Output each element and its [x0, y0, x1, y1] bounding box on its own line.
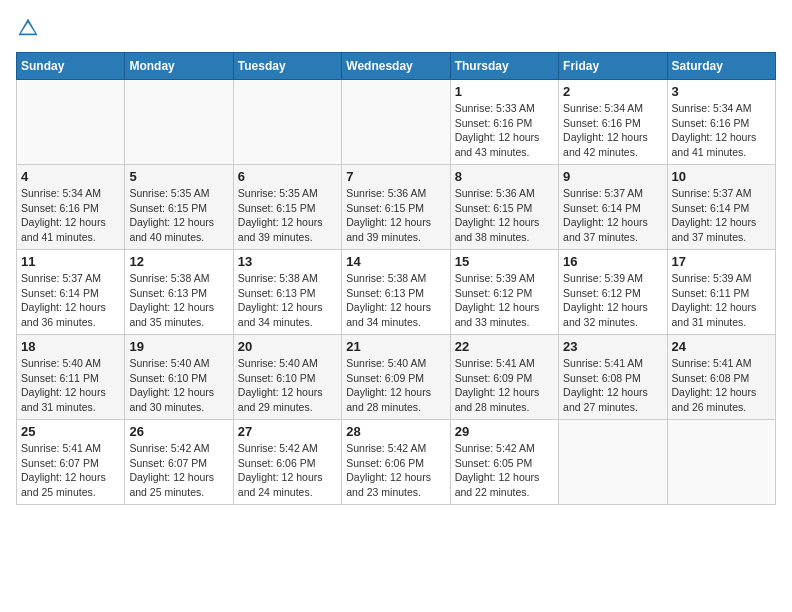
calendar-week-1: 4Sunrise: 5:34 AM Sunset: 6:16 PM Daylig… — [17, 165, 776, 250]
day-info: Sunrise: 5:40 AM Sunset: 6:11 PM Dayligh… — [21, 356, 120, 415]
calendar-cell: 26Sunrise: 5:42 AM Sunset: 6:07 PM Dayli… — [125, 420, 233, 505]
day-info: Sunrise: 5:38 AM Sunset: 6:13 PM Dayligh… — [346, 271, 445, 330]
day-number: 6 — [238, 169, 337, 184]
calendar-cell: 5Sunrise: 5:35 AM Sunset: 6:15 PM Daylig… — [125, 165, 233, 250]
day-number: 14 — [346, 254, 445, 269]
calendar-cell: 3Sunrise: 5:34 AM Sunset: 6:16 PM Daylig… — [667, 80, 775, 165]
calendar-cell: 10Sunrise: 5:37 AM Sunset: 6:14 PM Dayli… — [667, 165, 775, 250]
day-info: Sunrise: 5:38 AM Sunset: 6:13 PM Dayligh… — [238, 271, 337, 330]
calendar-cell: 9Sunrise: 5:37 AM Sunset: 6:14 PM Daylig… — [559, 165, 667, 250]
weekday-header-saturday: Saturday — [667, 53, 775, 80]
calendar-cell: 7Sunrise: 5:36 AM Sunset: 6:15 PM Daylig… — [342, 165, 450, 250]
calendar-cell: 16Sunrise: 5:39 AM Sunset: 6:12 PM Dayli… — [559, 250, 667, 335]
calendar-cell: 19Sunrise: 5:40 AM Sunset: 6:10 PM Dayli… — [125, 335, 233, 420]
day-info: Sunrise: 5:42 AM Sunset: 6:06 PM Dayligh… — [238, 441, 337, 500]
day-info: Sunrise: 5:37 AM Sunset: 6:14 PM Dayligh… — [672, 186, 771, 245]
calendar-cell: 29Sunrise: 5:42 AM Sunset: 6:05 PM Dayli… — [450, 420, 558, 505]
day-number: 7 — [346, 169, 445, 184]
day-number: 11 — [21, 254, 120, 269]
day-info: Sunrise: 5:35 AM Sunset: 6:15 PM Dayligh… — [238, 186, 337, 245]
calendar-cell — [342, 80, 450, 165]
day-info: Sunrise: 5:36 AM Sunset: 6:15 PM Dayligh… — [455, 186, 554, 245]
calendar-cell: 4Sunrise: 5:34 AM Sunset: 6:16 PM Daylig… — [17, 165, 125, 250]
calendar-cell: 13Sunrise: 5:38 AM Sunset: 6:13 PM Dayli… — [233, 250, 341, 335]
day-info: Sunrise: 5:34 AM Sunset: 6:16 PM Dayligh… — [21, 186, 120, 245]
calendar-cell — [233, 80, 341, 165]
day-info: Sunrise: 5:42 AM Sunset: 6:05 PM Dayligh… — [455, 441, 554, 500]
calendar-cell: 20Sunrise: 5:40 AM Sunset: 6:10 PM Dayli… — [233, 335, 341, 420]
day-info: Sunrise: 5:41 AM Sunset: 6:09 PM Dayligh… — [455, 356, 554, 415]
day-info: Sunrise: 5:41 AM Sunset: 6:07 PM Dayligh… — [21, 441, 120, 500]
day-number: 24 — [672, 339, 771, 354]
day-info: Sunrise: 5:33 AM Sunset: 6:16 PM Dayligh… — [455, 101, 554, 160]
calendar-cell: 18Sunrise: 5:40 AM Sunset: 6:11 PM Dayli… — [17, 335, 125, 420]
day-info: Sunrise: 5:39 AM Sunset: 6:11 PM Dayligh… — [672, 271, 771, 330]
calendar-body: 1Sunrise: 5:33 AM Sunset: 6:16 PM Daylig… — [17, 80, 776, 505]
day-number: 2 — [563, 84, 662, 99]
weekday-header-thursday: Thursday — [450, 53, 558, 80]
logo-icon — [16, 16, 40, 40]
logo — [16, 16, 44, 40]
calendar-cell — [667, 420, 775, 505]
day-info: Sunrise: 5:38 AM Sunset: 6:13 PM Dayligh… — [129, 271, 228, 330]
day-number: 28 — [346, 424, 445, 439]
calendar-cell: 25Sunrise: 5:41 AM Sunset: 6:07 PM Dayli… — [17, 420, 125, 505]
day-number: 3 — [672, 84, 771, 99]
calendar-cell: 24Sunrise: 5:41 AM Sunset: 6:08 PM Dayli… — [667, 335, 775, 420]
day-number: 16 — [563, 254, 662, 269]
day-number: 15 — [455, 254, 554, 269]
weekday-header-monday: Monday — [125, 53, 233, 80]
day-info: Sunrise: 5:35 AM Sunset: 6:15 PM Dayligh… — [129, 186, 228, 245]
day-info: Sunrise: 5:40 AM Sunset: 6:09 PM Dayligh… — [346, 356, 445, 415]
day-info: Sunrise: 5:34 AM Sunset: 6:16 PM Dayligh… — [672, 101, 771, 160]
calendar-cell: 1Sunrise: 5:33 AM Sunset: 6:16 PM Daylig… — [450, 80, 558, 165]
day-info: Sunrise: 5:40 AM Sunset: 6:10 PM Dayligh… — [238, 356, 337, 415]
calendar-cell: 8Sunrise: 5:36 AM Sunset: 6:15 PM Daylig… — [450, 165, 558, 250]
calendar-cell: 21Sunrise: 5:40 AM Sunset: 6:09 PM Dayli… — [342, 335, 450, 420]
day-info: Sunrise: 5:39 AM Sunset: 6:12 PM Dayligh… — [563, 271, 662, 330]
day-number: 10 — [672, 169, 771, 184]
calendar-cell: 28Sunrise: 5:42 AM Sunset: 6:06 PM Dayli… — [342, 420, 450, 505]
day-number: 13 — [238, 254, 337, 269]
day-number: 12 — [129, 254, 228, 269]
day-info: Sunrise: 5:34 AM Sunset: 6:16 PM Dayligh… — [563, 101, 662, 160]
day-number: 18 — [21, 339, 120, 354]
day-info: Sunrise: 5:37 AM Sunset: 6:14 PM Dayligh… — [563, 186, 662, 245]
day-number: 22 — [455, 339, 554, 354]
calendar-cell: 11Sunrise: 5:37 AM Sunset: 6:14 PM Dayli… — [17, 250, 125, 335]
calendar-cell: 17Sunrise: 5:39 AM Sunset: 6:11 PM Dayli… — [667, 250, 775, 335]
calendar-cell: 22Sunrise: 5:41 AM Sunset: 6:09 PM Dayli… — [450, 335, 558, 420]
day-number: 21 — [346, 339, 445, 354]
calendar-cell: 2Sunrise: 5:34 AM Sunset: 6:16 PM Daylig… — [559, 80, 667, 165]
day-number: 27 — [238, 424, 337, 439]
calendar-cell: 27Sunrise: 5:42 AM Sunset: 6:06 PM Dayli… — [233, 420, 341, 505]
day-info: Sunrise: 5:36 AM Sunset: 6:15 PM Dayligh… — [346, 186, 445, 245]
day-number: 17 — [672, 254, 771, 269]
day-number: 4 — [21, 169, 120, 184]
calendar-table: SundayMondayTuesdayWednesdayThursdayFrid… — [16, 52, 776, 505]
day-info: Sunrise: 5:42 AM Sunset: 6:06 PM Dayligh… — [346, 441, 445, 500]
day-info: Sunrise: 5:42 AM Sunset: 6:07 PM Dayligh… — [129, 441, 228, 500]
calendar-cell: 6Sunrise: 5:35 AM Sunset: 6:15 PM Daylig… — [233, 165, 341, 250]
day-number: 1 — [455, 84, 554, 99]
day-info: Sunrise: 5:40 AM Sunset: 6:10 PM Dayligh… — [129, 356, 228, 415]
day-number: 9 — [563, 169, 662, 184]
calendar-cell: 15Sunrise: 5:39 AM Sunset: 6:12 PM Dayli… — [450, 250, 558, 335]
weekday-header-tuesday: Tuesday — [233, 53, 341, 80]
day-info: Sunrise: 5:39 AM Sunset: 6:12 PM Dayligh… — [455, 271, 554, 330]
calendar-cell — [559, 420, 667, 505]
weekday-row: SundayMondayTuesdayWednesdayThursdayFrid… — [17, 53, 776, 80]
calendar-cell: 14Sunrise: 5:38 AM Sunset: 6:13 PM Dayli… — [342, 250, 450, 335]
calendar-week-2: 11Sunrise: 5:37 AM Sunset: 6:14 PM Dayli… — [17, 250, 776, 335]
day-number: 29 — [455, 424, 554, 439]
calendar-week-4: 25Sunrise: 5:41 AM Sunset: 6:07 PM Dayli… — [17, 420, 776, 505]
day-number: 8 — [455, 169, 554, 184]
weekday-header-friday: Friday — [559, 53, 667, 80]
day-info: Sunrise: 5:41 AM Sunset: 6:08 PM Dayligh… — [672, 356, 771, 415]
weekday-header-sunday: Sunday — [17, 53, 125, 80]
day-number: 20 — [238, 339, 337, 354]
day-number: 19 — [129, 339, 228, 354]
page-header — [16, 16, 776, 40]
day-number: 5 — [129, 169, 228, 184]
calendar-week-3: 18Sunrise: 5:40 AM Sunset: 6:11 PM Dayli… — [17, 335, 776, 420]
